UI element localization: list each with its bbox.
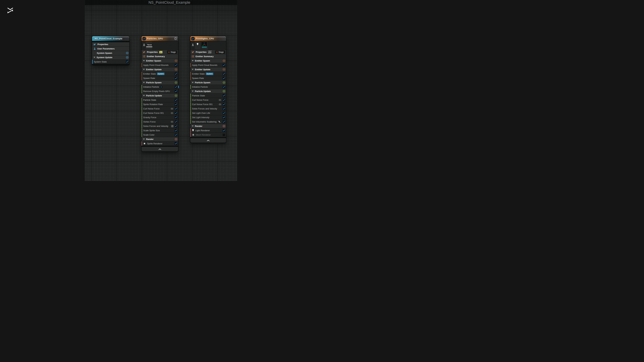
stack-row-solve-forces-and-velocity[interactable]: Solve Forces and Velocity bbox=[142, 124, 178, 128]
node-pointlights-cpu[interactable]: Pointlights_CPUPropertiesCPU+StageEmitte… bbox=[190, 36, 226, 143]
module-enabled-checkbox[interactable] bbox=[222, 116, 226, 119]
module-enabled-checkbox[interactable] bbox=[126, 60, 129, 63]
stack-row-properties[interactable]: PropertiesCPU+Stage bbox=[190, 50, 226, 54]
node-header-system[interactable]: NS_PointCloud_Example bbox=[92, 36, 129, 41]
stack-row-curl-noise-force-001[interactable]: Curl Noise Force 001 bbox=[142, 111, 178, 115]
stack-row-remove-empty-pixels-gpu[interactable]: Remove Empty Pixels GPU bbox=[142, 89, 178, 93]
stack-row-user-parameters[interactable]: User Parameters bbox=[92, 46, 129, 51]
stack-row-scale-sprite-size[interactable]: Scale Sprite Size bbox=[142, 128, 178, 133]
info-icon[interactable] bbox=[174, 37, 177, 40]
stack-row-system-update[interactable]: System Update bbox=[92, 55, 129, 59]
scratch-pad-thumbnail[interactable] bbox=[202, 42, 207, 46]
stack-row-sprite-rotation-rate[interactable]: Sprite Rotation Rate bbox=[142, 102, 178, 106]
add-module-button[interactable] bbox=[223, 81, 225, 84]
emitter-enabled-checkbox[interactable] bbox=[143, 37, 146, 40]
stack-row-spawn-rate[interactable]: Spawn Rate bbox=[142, 76, 178, 80]
module-enabled-checkbox[interactable] bbox=[174, 120, 178, 123]
stack-row-particle-spawn[interactable]: Particle Spawn bbox=[190, 80, 226, 85]
chevron-down-icon[interactable] bbox=[192, 82, 194, 83]
module-enabled-checkbox[interactable] bbox=[222, 77, 226, 80]
module-enabled-checkbox[interactable] bbox=[222, 64, 226, 67]
stack-row-emitter-spawn[interactable]: Emitter Spawn bbox=[190, 59, 226, 63]
node-header-pointlights-cpu[interactable]: Pointlights_CPU bbox=[190, 36, 226, 41]
node-header-particles-gpu[interactable]: Particles_GPU bbox=[142, 36, 178, 41]
module-enabled-checkbox[interactable] bbox=[174, 98, 178, 102]
add-module-button[interactable] bbox=[223, 90, 225, 92]
add-module-button[interactable] bbox=[175, 68, 177, 71]
module-enabled-checkbox[interactable] bbox=[174, 125, 178, 128]
module-enabled-checkbox[interactable] bbox=[222, 85, 226, 88]
emitter-person-icon[interactable] bbox=[143, 43, 145, 46]
stack-row-set-light-intensity[interactable]: Set Light Intensity bbox=[190, 115, 226, 119]
chevron-down-icon[interactable] bbox=[143, 139, 145, 140]
chevron-down-icon[interactable] bbox=[94, 57, 95, 58]
module-enabled-checkbox[interactable] bbox=[174, 103, 178, 106]
node-particles-gpu[interactable]: Particles_GPUNonePropertiesGPU+StageEmit… bbox=[142, 36, 178, 152]
add-module-button[interactable] bbox=[223, 125, 225, 127]
stack-row-particle-state[interactable]: Particle State bbox=[142, 98, 178, 102]
module-enabled-checkbox[interactable] bbox=[222, 72, 226, 75]
add-module-button[interactable] bbox=[175, 81, 177, 84]
stack-row-sprite-renderer[interactable]: Sprite Renderer bbox=[142, 141, 178, 146]
chevron-down-icon[interactable] bbox=[143, 60, 145, 61]
stack-row-spawn-rate[interactable]: Spawn Rate bbox=[190, 76, 226, 80]
stack-row-render[interactable]: Render bbox=[190, 124, 226, 128]
stack-row-emitter-summary[interactable]: Emitter Summary bbox=[190, 54, 226, 58]
module-enabled-checkbox[interactable] bbox=[222, 112, 226, 115]
stack-row-system-spawn[interactable]: System Spawn bbox=[92, 51, 129, 55]
stack-row-apply-point-cloud-bounds[interactable]: Apply Point Cloud Bounds bbox=[190, 63, 226, 67]
add-stage-button[interactable]: +Stage bbox=[215, 50, 225, 54]
add-module-button[interactable] bbox=[175, 138, 177, 140]
add-module-button[interactable] bbox=[175, 94, 177, 97]
emitter-person-icon[interactable] bbox=[192, 43, 194, 46]
add-module-button[interactable] bbox=[175, 59, 177, 62]
light-bulb-icon[interactable] bbox=[196, 43, 198, 46]
visibility-eye-icon[interactable] bbox=[171, 121, 173, 123]
module-enabled-checkbox[interactable] bbox=[174, 90, 178, 93]
add-module-button[interactable] bbox=[126, 56, 128, 59]
module-enabled-checkbox[interactable] bbox=[174, 77, 178, 80]
module-enabled-checkbox[interactable] bbox=[174, 64, 178, 67]
stack-row-light-renderer[interactable]: Light Renderer bbox=[190, 128, 226, 133]
stack-row-apply-point-cloud-bounds[interactable]: Apply Point Cloud Bounds bbox=[142, 63, 178, 67]
chevron-down-icon[interactable] bbox=[143, 95, 145, 96]
visibility-eye-icon[interactable] bbox=[171, 112, 173, 114]
stack-row-set-light-over-life[interactable]: Set Light Over Life bbox=[190, 111, 226, 115]
stack-row-mesh-renderer[interactable]: Mesh Renderer bbox=[190, 133, 226, 137]
chevron-down-icon[interactable] bbox=[192, 91, 194, 92]
module-enabled-checkbox[interactable] bbox=[174, 133, 178, 136]
module-enabled-checkbox[interactable] bbox=[174, 85, 178, 88]
module-enabled-checkbox[interactable] bbox=[174, 142, 178, 145]
chevron-down-icon[interactable] bbox=[143, 82, 145, 83]
chevron-down-icon[interactable] bbox=[192, 60, 194, 61]
add-module-button[interactable] bbox=[223, 59, 225, 62]
stack-row-scale-color[interactable]: Scale Color bbox=[142, 133, 178, 137]
module-enabled-checkbox[interactable] bbox=[222, 98, 226, 102]
stack-row-emitter-summary[interactable]: Emitter Summary bbox=[142, 54, 178, 58]
visibility-eye-icon[interactable] bbox=[171, 108, 173, 110]
module-enabled-checkbox[interactable] bbox=[222, 103, 226, 106]
module-enabled-checkbox[interactable] bbox=[174, 116, 178, 119]
visibility-eye-icon[interactable] bbox=[219, 104, 221, 105]
stack-row-emitter-state[interactable]: Emitter StateSystem bbox=[190, 72, 226, 76]
module-enabled-checkbox[interactable] bbox=[222, 107, 226, 110]
stack-row-set-volumetric-scattering[interactable]: Set Volumetric Scattering bbox=[190, 120, 226, 124]
chevron-down-icon[interactable] bbox=[192, 69, 194, 70]
stack-row-emitter-spawn[interactable]: Emitter Spawn bbox=[142, 59, 178, 63]
stack-row-particle-update[interactable]: Particle Update bbox=[190, 89, 226, 93]
stack-row-initialize-particle[interactable]: Initialize Particle bbox=[142, 85, 178, 89]
stack-row-curl-noise-force[interactable]: Curl Noise Force bbox=[142, 107, 178, 111]
stack-row-system-state[interactable]: System State bbox=[92, 60, 129, 64]
module-enabled-checkbox[interactable] bbox=[222, 129, 226, 132]
stack-row-properties[interactable]: Properties bbox=[92, 42, 129, 46]
module-enabled-checkbox[interactable] bbox=[174, 129, 178, 132]
stack-row-vortex-force[interactable]: Vortex Force bbox=[142, 120, 178, 124]
collapse-node-button[interactable] bbox=[190, 138, 226, 143]
add-module-button[interactable] bbox=[126, 52, 128, 54]
collapse-node-button[interactable] bbox=[142, 147, 178, 151]
module-enabled-checkbox[interactable] bbox=[174, 112, 178, 115]
chevron-down-icon[interactable] bbox=[192, 125, 194, 127]
add-stage-button[interactable]: +Stage bbox=[167, 50, 177, 54]
module-enabled-checkbox[interactable] bbox=[222, 120, 226, 123]
stack-row-properties[interactable]: PropertiesGPU+Stage bbox=[142, 50, 178, 54]
